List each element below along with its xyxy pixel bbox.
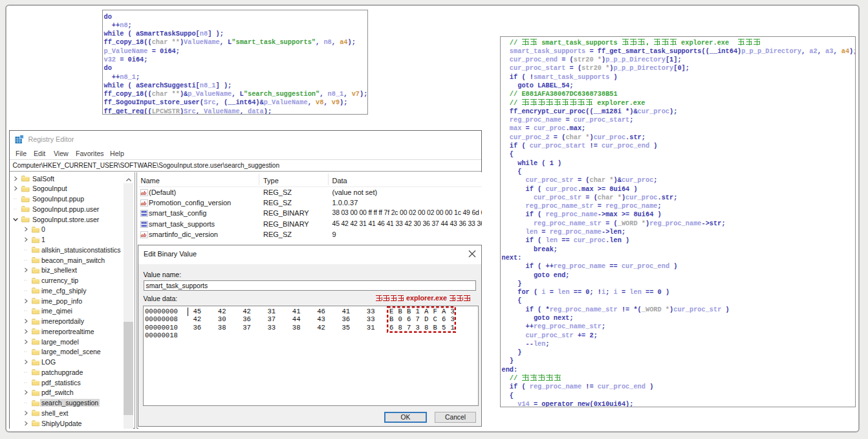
svg-text:010: 010 <box>142 221 147 224</box>
svg-text:ab: ab <box>141 232 147 238</box>
svg-text:ab: ab <box>141 200 147 207</box>
svg-text:101: 101 <box>142 214 147 216</box>
svg-text:ab: ab <box>141 189 147 196</box>
svg-text:101: 101 <box>142 225 147 227</box>
svg-text:010: 010 <box>142 211 147 214</box>
